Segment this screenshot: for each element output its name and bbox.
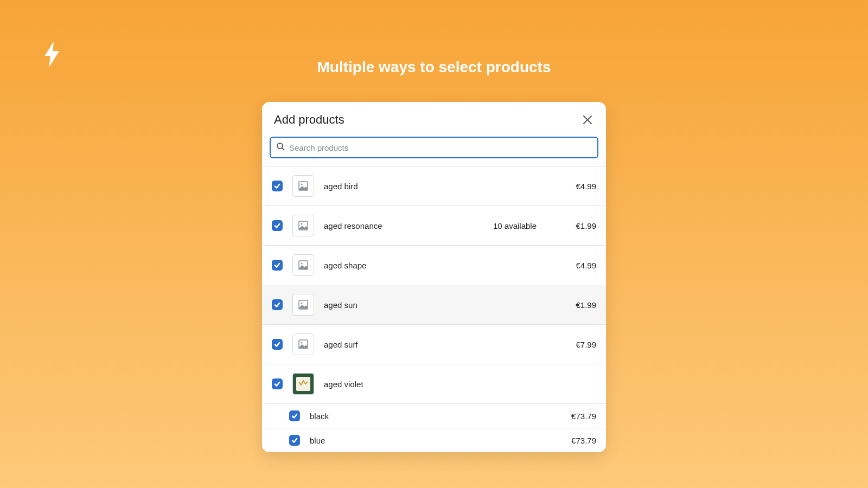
- product-thumbnail-placeholder: [292, 254, 314, 276]
- product-thumbnail: [292, 373, 314, 395]
- product-thumbnail-placeholder: [292, 175, 314, 197]
- svg-point-5: [301, 184, 303, 185]
- svg-point-7: [301, 223, 303, 225]
- product-thumbnail-placeholder: [292, 333, 314, 355]
- product-row[interactable]: aged violet: [262, 364, 606, 404]
- product-row[interactable]: aged shape €4.99: [262, 246, 606, 285]
- product-thumbnail-placeholder: [292, 294, 314, 316]
- product-name: aged sun: [324, 300, 564, 310]
- variant-checkbox[interactable]: [289, 435, 300, 446]
- product-row[interactable]: aged sun €1.99: [262, 285, 606, 325]
- product-checkbox[interactable]: [272, 181, 283, 191]
- svg-point-9: [301, 263, 303, 265]
- search-container: [262, 137, 606, 166]
- add-products-modal: Add products: [262, 102, 606, 452]
- image-placeholder-icon: [298, 220, 309, 231]
- modal-title: Add products: [274, 113, 344, 127]
- product-price: €4.99: [564, 261, 596, 270]
- search-input[interactable]: [289, 143, 592, 152]
- svg-rect-15: [296, 377, 310, 391]
- product-name: aged surf: [324, 340, 564, 349]
- svg-point-2: [277, 143, 283, 149]
- check-icon: [291, 413, 298, 419]
- svg-point-13: [301, 342, 303, 344]
- svg-line-3: [282, 148, 284, 150]
- product-name: aged bird: [324, 182, 564, 191]
- check-icon: [274, 222, 280, 229]
- search-icon: [276, 142, 285, 153]
- check-icon: [274, 301, 280, 308]
- variant-row[interactable]: blue €73.79: [262, 428, 606, 452]
- variant-price: €73.79: [564, 436, 596, 445]
- product-checkbox[interactable]: [272, 339, 283, 350]
- variant-name: black: [310, 412, 564, 421]
- close-icon: [583, 115, 592, 125]
- variant-row[interactable]: black €73.79: [262, 404, 606, 428]
- variant-price: €73.79: [564, 412, 596, 421]
- product-thumbnail-placeholder: [292, 215, 314, 236]
- product-checkbox[interactable]: [272, 378, 283, 389]
- check-icon: [274, 381, 280, 387]
- product-name: aged violet: [324, 380, 596, 389]
- product-price: €1.99: [564, 300, 596, 310]
- product-checkbox[interactable]: [272, 220, 283, 231]
- product-checkbox[interactable]: [272, 260, 283, 271]
- check-icon: [291, 437, 298, 444]
- variant-checkbox[interactable]: [289, 410, 300, 421]
- product-name: aged resonance: [324, 221, 493, 230]
- image-placeholder-icon: [298, 299, 309, 310]
- product-price: €4.99: [564, 182, 596, 191]
- product-row[interactable]: aged bird €4.99: [262, 166, 606, 206]
- product-availability: 10 available: [493, 221, 537, 230]
- search-box[interactable]: [270, 137, 598, 158]
- check-icon: [274, 262, 280, 268]
- product-row[interactable]: aged resonance 10 available €1.99: [262, 206, 606, 246]
- image-placeholder-icon: [298, 339, 309, 350]
- product-price: €7.99: [564, 340, 596, 349]
- page-title: Multiple ways to select products: [0, 59, 868, 76]
- product-row[interactable]: aged surf €7.99: [262, 325, 606, 364]
- check-icon: [274, 341, 280, 348]
- svg-point-11: [301, 303, 303, 304]
- variant-name: blue: [310, 436, 564, 445]
- image-placeholder-icon: [298, 181, 309, 191]
- product-price: €1.99: [564, 221, 596, 230]
- modal-header: Add products: [262, 102, 606, 137]
- check-icon: [274, 183, 280, 189]
- close-button[interactable]: [581, 113, 594, 126]
- product-name: aged shape: [324, 261, 564, 270]
- image-placeholder-icon: [298, 260, 309, 271]
- product-checkbox[interactable]: [272, 299, 283, 310]
